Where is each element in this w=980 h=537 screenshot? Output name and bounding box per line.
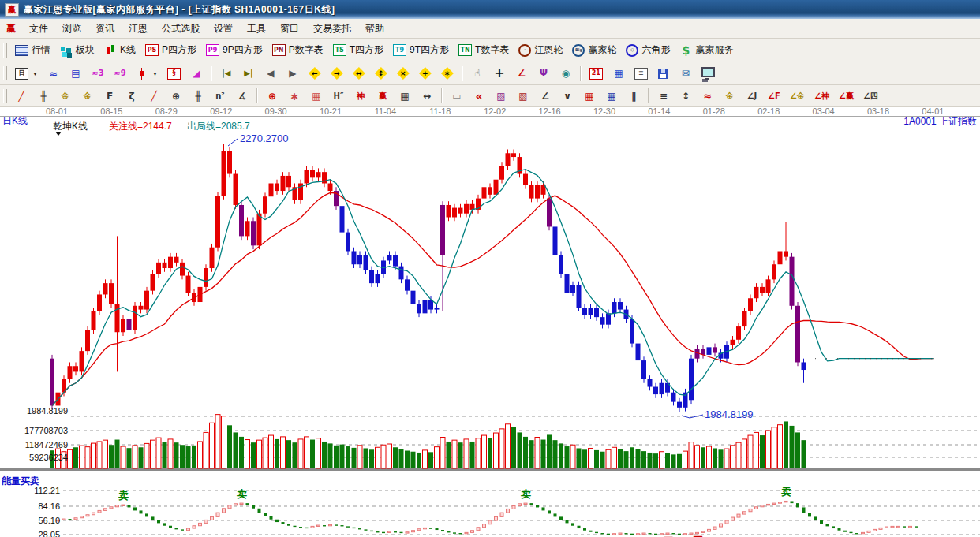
angle-f-icon[interactable]: ∠F: [763, 88, 785, 105]
blue-grid-icon[interactable]: ▦: [600, 88, 623, 105]
gann-square-icon[interactable]: ▧: [512, 88, 534, 105]
menu-item-browse[interactable]: 浏览: [55, 20, 88, 38]
winner-wheel-button[interactable]: Big赢家轮: [567, 41, 621, 59]
menu-item-window-menu[interactable]: 窗口: [273, 20, 306, 38]
volume-bars[interactable]: [50, 415, 806, 468]
cycle-shape-icon[interactable]: ◉: [555, 65, 577, 82]
gann-box-icon[interactable]: ▨: [490, 88, 512, 105]
volume-profile-icon[interactable]: ◢: [185, 65, 208, 82]
pc-icon[interactable]: [697, 65, 720, 82]
n-square-icon[interactable]: n²: [209, 88, 231, 105]
menu-item-file[interactable]: 文件: [22, 20, 55, 38]
hexagon-button[interactable]: ⬡六角形: [621, 41, 675, 59]
t-number-table-button[interactable]: TNT数字表: [454, 41, 514, 59]
menu-item-formula-picker[interactable]: 公式选股: [155, 20, 207, 38]
market-quotes-button[interactable]: 行情: [10, 41, 55, 59]
shen-comb-icon[interactable]: 神: [350, 88, 372, 105]
toolbar-grip[interactable]: [3, 89, 7, 103]
angle-ying-icon[interactable]: ∠赢: [834, 88, 858, 105]
p-square-button[interactable]: PSP四方形: [140, 41, 201, 59]
angle-si-icon[interactable]: ∠四: [858, 88, 883, 105]
parallel-lines-icon[interactable]: ∥: [623, 88, 645, 105]
kline-type-selector[interactable]: 乾坤K线: [53, 121, 88, 132]
number-grid-icon[interactable]: ▦: [394, 88, 416, 105]
gann-grid-box-icon[interactable]: ▦: [305, 88, 327, 105]
save-icon[interactable]: [653, 65, 675, 82]
wave-tool-icon[interactable]: ≈: [697, 88, 719, 105]
wave-3-icon[interactable]: ≈3: [87, 65, 109, 82]
chart-area[interactable]: 08-0108-1508-2909-1209-3010-2111-0411-18…: [0, 107, 980, 537]
brush-candle-icon[interactable]: ╱: [143, 88, 165, 105]
toolbar-grip[interactable]: [3, 66, 7, 80]
crosshair-icon[interactable]: +: [488, 65, 511, 82]
candlesticks[interactable]: [50, 144, 806, 412]
calculator-icon[interactable]: ▦: [608, 65, 630, 82]
menu-item-trade-orders[interactable]: 交易委托: [306, 20, 358, 38]
mail-icon[interactable]: ✉: [675, 65, 697, 82]
sectors-button[interactable]: 板块: [55, 41, 99, 59]
menu-item-news[interactable]: 资讯: [88, 20, 122, 38]
9t-square-button[interactable]: T99T四方形: [388, 41, 454, 59]
width-measure-icon[interactable]: ↔: [416, 88, 438, 105]
winner-service-button[interactable]: $赢家服务: [675, 41, 738, 59]
cycle-comb-icon[interactable]: ⊕: [165, 88, 187, 105]
angle-gold-icon[interactable]: ∠金: [785, 88, 810, 105]
kline-button[interactable]: K线: [99, 41, 140, 59]
menu-item-gann[interactable]: 江恩: [122, 20, 155, 38]
9p-square-button[interactable]: P99P四方形: [201, 41, 267, 59]
p-number-table-button[interactable]: PNP数字表: [267, 41, 328, 59]
menu-item-help[interactable]: 帮助: [358, 20, 391, 38]
scale-lines-icon[interactable]: ≡: [653, 88, 675, 105]
f10-info-icon[interactable]: ▤: [65, 65, 87, 82]
last-bar-icon[interactable]: ▶|: [238, 65, 260, 82]
red-grid-icon[interactable]: ▦: [578, 88, 600, 105]
angle-j-icon[interactable]: ∠J: [741, 88, 763, 105]
trend-net-icon[interactable]: ≈: [43, 65, 65, 82]
protractor-icon[interactable]: ∡: [231, 88, 253, 105]
gann-time-comb-icon[interactable]: ╫: [32, 88, 54, 105]
zigzag-tool-icon[interactable]: ∨: [556, 88, 578, 105]
angle-tool-icon[interactable]: ∠: [511, 65, 533, 82]
kline-chart-canvas[interactable]: 08-0108-1508-2909-1209-3010-2111-0411-18…: [0, 107, 980, 537]
golden-section-icon[interactable]: 金: [54, 88, 77, 105]
gann-right-diamond[interactable]: →: [326, 65, 348, 82]
next-bar-icon[interactable]: ▶: [282, 65, 304, 82]
gann-center-diamond[interactable]: ×: [392, 65, 414, 82]
gann-flag-icon[interactable]: §: [163, 65, 185, 82]
angle-shen-icon[interactable]: ∠神: [810, 88, 834, 105]
prev-bar-icon[interactable]: ◀: [260, 65, 282, 82]
first-bar-icon[interactable]: |◀: [215, 65, 238, 82]
h-measure-icon[interactable]: H″: [327, 88, 350, 105]
spiral-icon[interactable]: ζ: [121, 88, 143, 105]
vertical-ruler-icon[interactable]: ↕: [675, 88, 697, 105]
gann-reset-diamond[interactable]: ∗: [436, 65, 458, 82]
toolbar-grip[interactable]: [3, 43, 7, 58]
candle-style-selector[interactable]: ▼: [131, 65, 163, 82]
target-circle-icon[interactable]: ⊕: [261, 88, 283, 105]
ying-comb-icon[interactable]: 赢: [372, 88, 394, 105]
bar-comb-icon[interactable]: ╫: [187, 88, 209, 105]
brush-tool-icon[interactable]: ╱: [10, 88, 32, 105]
gann-vshrink-diamond[interactable]: ↕: [370, 65, 392, 82]
gann-shape-icon[interactable]: Ψ: [533, 65, 555, 82]
calendar-icon[interactable]: 21: [585, 65, 608, 82]
fan-lines-icon[interactable]: «: [468, 88, 490, 105]
compass-rose-icon[interactable]: ∗: [283, 88, 305, 105]
fibonacci-f-icon[interactable]: F: [99, 88, 121, 105]
gann-wheel-button[interactable]: ◦江恩轮: [514, 41, 567, 59]
wave-9-icon[interactable]: ≈9: [109, 65, 131, 82]
t-square-button[interactable]: TST四方形: [328, 41, 388, 59]
gann-expand-diamond[interactable]: +: [414, 65, 436, 82]
gold-line-icon[interactable]: 金: [719, 88, 741, 105]
gann-left-diamond[interactable]: ←: [304, 65, 326, 82]
golden-price-icon[interactable]: 金: [77, 88, 99, 105]
menu-item-tools[interactable]: 工具: [240, 20, 273, 38]
menu-item-settings[interactable]: 设置: [207, 20, 240, 38]
drag-hand-icon[interactable]: ☝: [466, 65, 488, 82]
notes-icon[interactable]: ≡: [630, 65, 653, 82]
selector-arrow-icon[interactable]: [55, 132, 62, 136]
angle-lines-icon[interactable]: ∠: [534, 88, 556, 105]
period-selector[interactable]: 日▼: [10, 65, 43, 82]
gann-hshrink-diamond[interactable]: ↔: [348, 65, 370, 82]
rect-tool-icon[interactable]: ▭: [446, 88, 468, 105]
